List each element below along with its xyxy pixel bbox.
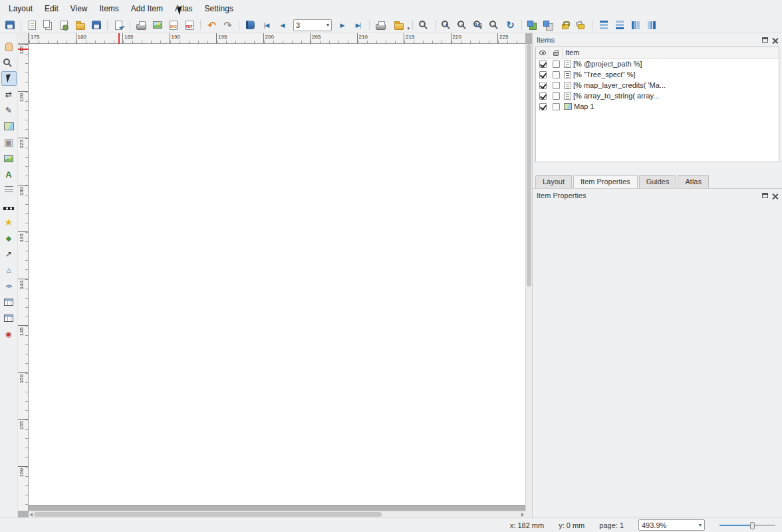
add-node-item-icon[interactable]: △ [1, 263, 17, 277]
item-properties-titlebar: Item Properties [533, 189, 782, 202]
refresh-view-icon[interactable]: ↻ ▾ [503, 18, 518, 32]
print-atlas-icon[interactable]: ▾ [373, 18, 388, 32]
items-tree-row[interactable]: [% "Tree_speci" %] [536, 69, 779, 80]
group-items-icon[interactable]: ▾ [525, 18, 541, 32]
lock-checkbox[interactable] [553, 61, 560, 68]
save-project-icon[interactable]: ▾ [2, 18, 17, 32]
lock-items-icon[interactable]: ▾ [557, 18, 573, 32]
layout-manager-icon[interactable]: ▾ [57, 18, 72, 32]
zoom-slider-handle[interactable] [750, 522, 755, 529]
visibility-checkbox[interactable] [539, 82, 547, 89]
lower-items-icon[interactable]: ▾ [612, 18, 627, 32]
add-3d-map-icon[interactable]: ▣ [1, 135, 17, 150]
add-shape-icon[interactable]: ◆ [1, 231, 17, 245]
menu-settings[interactable]: Settings [199, 1, 239, 16]
add-map-icon[interactable] [1, 119, 17, 134]
vertical-scrollbar[interactable] [525, 44, 532, 511]
menu-edit[interactable]: Edit [39, 1, 65, 16]
unlock-items-icon[interactable]: ▾ [573, 18, 588, 32]
zoom-full-icon[interactable]: ▾ [416, 18, 432, 32]
scroll-left-icon[interactable] [30, 513, 33, 517]
items-tree-row[interactable]: [% map_layer_credits( 'Ma... [536, 80, 779, 90]
export-svg-icon[interactable]: ▾ [166, 18, 181, 32]
edit-nodes-item-icon[interactable]: ✎ [1, 103, 17, 118]
horizontal-ruler[interactable]: 175180185190195200205210215220225 [29, 33, 525, 44]
menu-items[interactable]: Items [94, 1, 125, 16]
export-template-icon[interactable]: ▾ [111, 18, 126, 32]
close-panel-icon[interactable] [772, 37, 778, 43]
lock-checkbox[interactable] [553, 92, 560, 100]
items-panel: Items Item [533, 33, 782, 174]
vertical-scrollbar-thumb[interactable] [527, 44, 531, 287]
add-attribute-table-icon[interactable] [1, 295, 17, 309]
tab-guides[interactable]: Guides [639, 175, 677, 188]
move-item-content-icon[interactable]: ⇄ [1, 87, 17, 102]
select-move-item-icon[interactable] [1, 71, 17, 86]
add-marker-icon[interactable]: ◉ [1, 327, 17, 341]
layout-page[interactable] [29, 44, 525, 505]
visibility-checkbox[interactable] [539, 92, 547, 100]
zoom-out-icon[interactable]: − ▾ [455, 18, 470, 32]
save-as-template-icon[interactable]: ▾ [88, 18, 104, 32]
atlas-settings-icon[interactable]: ▾ [243, 18, 258, 32]
send-to-back-icon[interactable]: ▾ [644, 18, 659, 32]
lock-column-icon [553, 52, 559, 56]
load-template-icon[interactable]: ▾ [72, 18, 88, 32]
visibility-checkbox[interactable] [539, 61, 547, 68]
add-legend-icon[interactable] [1, 183, 17, 198]
menu-layout[interactable]: Layout [3, 1, 39, 16]
add-fixed-table-icon[interactable] [1, 311, 17, 325]
new-layout-icon[interactable]: ▾ [25, 18, 40, 32]
print-icon[interactable]: ▾ [134, 18, 149, 32]
menubar: LayoutEditViewItemsAdd ItemAtlasSettings [0, 0, 782, 17]
undo-icon[interactable]: ↶ ▾ [204, 18, 219, 32]
close-panel-icon[interactable] [772, 193, 778, 199]
redo-icon[interactable]: ↷ ▾ [220, 18, 235, 32]
ungroup-items-icon[interactable]: ▾ [541, 18, 557, 32]
horizontal-scrollbar-thumb[interactable] [34, 512, 382, 517]
zoom-tool-icon[interactable] [1, 55, 17, 70]
atlas-next-feature-icon[interactable]: ▶ ▾ [334, 18, 350, 32]
bring-to-front-icon[interactable]: ▾ [628, 18, 643, 32]
items-tree-row[interactable]: [% @project_path %] [536, 59, 779, 69]
zoom-width-icon[interactable]: ↔ ▾ [487, 18, 502, 32]
add-html-icon[interactable]: </> [1, 279, 17, 293]
add-picture-icon[interactable] [1, 151, 17, 166]
zoom-actual-icon[interactable]: 1:1 ▾ [471, 18, 486, 32]
export-atlas-icon[interactable]: ▾ [389, 18, 409, 32]
menu-add-item[interactable]: Add Item [125, 1, 169, 16]
float-panel-icon[interactable] [762, 37, 768, 43]
items-tree-row[interactable]: Map 1 [536, 101, 779, 112]
zoom-slider[interactable] [719, 521, 775, 530]
add-arrow-icon[interactable]: ↗ [1, 247, 17, 261]
raise-items-icon[interactable]: ▾ [596, 18, 611, 32]
atlas-feature-combo[interactable]: 3 ▾ [293, 19, 332, 31]
tab-layout[interactable]: Layout [535, 175, 572, 188]
scroll-right-icon[interactable] [521, 513, 524, 517]
add-label-icon[interactable]: A [1, 167, 17, 182]
menu-view[interactable]: View [65, 1, 94, 16]
zoom-in-icon[interactable]: + ▾ [439, 18, 454, 32]
atlas-first-feature-icon[interactable]: |◀ ▾ [259, 18, 274, 32]
tab-atlas[interactable]: Atlas [678, 175, 708, 188]
tab-item-properties[interactable]: Item Properties [573, 175, 638, 188]
atlas-previous-feature-icon[interactable]: ◀ ▾ [275, 18, 290, 32]
export-image-icon[interactable]: ▾ [150, 18, 165, 32]
visibility-checkbox[interactable] [539, 71, 547, 78]
duplicate-layout-icon[interactable]: ▾ [41, 18, 56, 32]
add-scalebar-icon[interactable] [1, 199, 17, 213]
horizontal-scrollbar[interactable] [29, 511, 525, 517]
zoom-level-combo[interactable]: 493.9% ▾ [638, 519, 705, 531]
add-north-arrow-icon[interactable]: ★ [1, 215, 17, 229]
lock-checkbox[interactable] [553, 71, 560, 78]
atlas-last-feature-icon[interactable]: ▶| ▾ [350, 18, 366, 32]
lock-checkbox[interactable] [553, 82, 560, 89]
visibility-checkbox[interactable] [539, 103, 547, 110]
pan-layout-icon[interactable] [1, 39, 17, 54]
items-tree-row[interactable]: [% array_to_string( array... [536, 90, 779, 101]
lock-checkbox[interactable] [553, 103, 560, 110]
layout-canvas[interactable]: 175180185190195200205210215220225 115120… [18, 33, 532, 517]
float-panel-icon[interactable] [762, 193, 768, 198]
export-pdf-icon[interactable]: ▾ [182, 18, 197, 32]
vertical-ruler[interactable]: 115120125130135140145150155160 [18, 44, 29, 511]
